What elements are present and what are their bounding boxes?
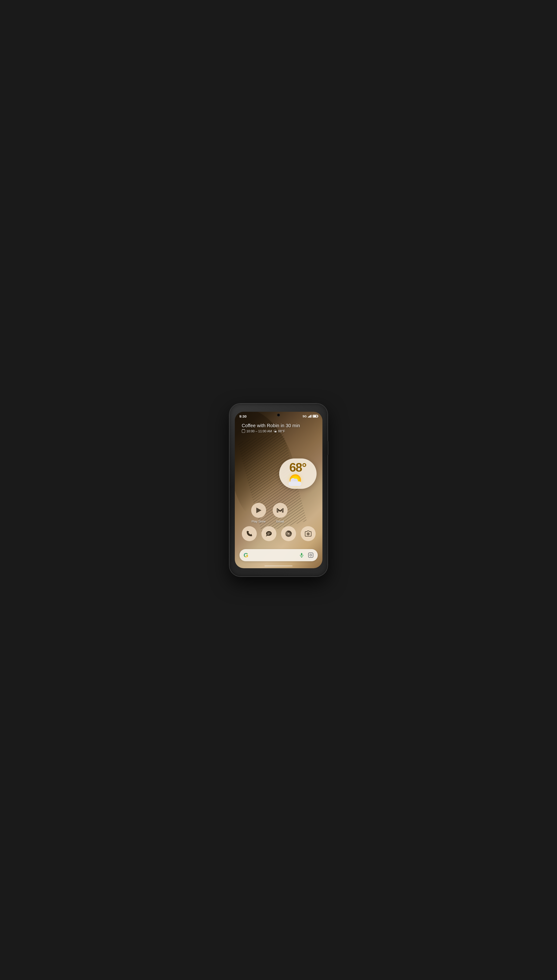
messages-icon — [265, 530, 272, 537]
messages-icon-circle — [261, 526, 277, 541]
app-messages[interactable] — [261, 526, 277, 541]
event-details: 10:00 – 11:00 AM 🌤 68°F — [242, 429, 300, 433]
google-search-bar[interactable]: G — [239, 549, 318, 561]
weather-sunny-icon: 🌤 — [274, 429, 277, 433]
svg-rect-13 — [308, 553, 313, 557]
navigation-gesture-bar — [264, 566, 293, 566]
signal-icon — [308, 415, 311, 418]
svg-point-1 — [266, 531, 272, 536]
app-row-1: Play Store Gmail — [251, 503, 288, 523]
app-phone[interactable] — [242, 526, 257, 541]
status-indicators: 5G — [303, 414, 318, 418]
phone-icon — [246, 530, 252, 537]
camera-notch — [277, 414, 280, 416]
svg-marker-2 — [266, 535, 268, 536]
phone-icon-circle — [242, 526, 257, 541]
app-camera[interactable] — [301, 526, 316, 541]
gmail-label: Gmail — [276, 520, 284, 523]
svg-point-14 — [310, 554, 312, 556]
status-time: 9:30 — [239, 414, 247, 418]
gmail-icon — [277, 507, 283, 513]
calendar-icon — [242, 429, 245, 433]
event-title: Coffee with Robin in 30 min — [242, 423, 300, 428]
google-g-logo: G — [244, 552, 248, 559]
svg-rect-10 — [301, 553, 302, 556]
network-indicator: 5G — [303, 414, 306, 418]
phone-device: 9:30 5G Coffee with Robin in 30 min 10:0… — [230, 403, 327, 577]
app-gmail[interactable]: Gmail — [273, 503, 288, 523]
app-chrome[interactable] — [281, 526, 296, 541]
svg-rect-4 — [267, 534, 269, 535]
app-play-store[interactable]: Play Store — [251, 503, 266, 523]
weather-widget[interactable]: 68° — [279, 458, 317, 489]
gmail-icon-circle — [273, 503, 288, 518]
svg-point-9 — [308, 533, 309, 535]
svg-marker-0 — [256, 507, 261, 513]
weather-condition-icons — [288, 475, 307, 486]
event-temp: 68°F — [278, 429, 285, 433]
camera-icon — [305, 531, 312, 537]
play-store-icon — [256, 507, 262, 514]
phone-screen: 9:30 5G Coffee with Robin in 30 min 10:0… — [235, 412, 322, 568]
svg-rect-3 — [267, 533, 270, 533]
chrome-icon-circle — [281, 526, 296, 541]
microphone-icon[interactable] — [299, 553, 304, 558]
lens-icon[interactable] — [308, 553, 314, 558]
play-store-icon-circle — [251, 503, 266, 518]
weather-temperature: 68° — [289, 461, 306, 473]
event-time: 10:00 – 11:00 AM — [246, 429, 272, 433]
battery-fill — [313, 416, 317, 417]
event-card[interactable]: Coffee with Robin in 30 min 10:00 – 11:0… — [242, 423, 300, 433]
chrome-icon — [285, 530, 292, 537]
app-row-2 — [242, 526, 316, 541]
battery-icon — [313, 415, 318, 418]
cloud-icon — [288, 479, 301, 486]
camera-icon-circle — [301, 526, 316, 541]
feather-texture — [235, 412, 322, 568]
play-store-label: Play Store — [252, 520, 265, 523]
